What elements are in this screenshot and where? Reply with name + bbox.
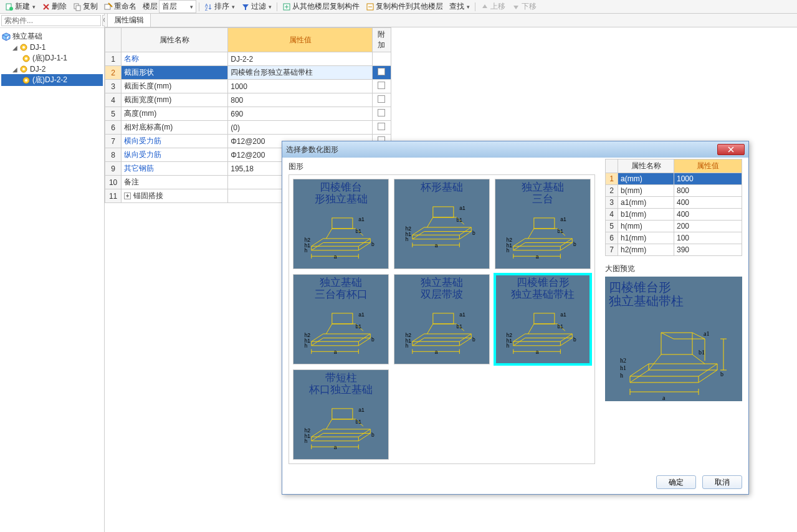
collapse-icon[interactable]: ◢ — [11, 44, 19, 51]
tree-root-label: 独立基础 — [12, 31, 42, 42]
checkbox[interactable] — [378, 82, 385, 89]
table-row[interactable]: 1a(mm)1000 — [606, 173, 742, 185]
preview-label: 大图预览 — [605, 264, 742, 274]
svg-rect-34 — [534, 218, 555, 229]
preview-panel: 四棱锥台形独立基础带柱 h2 h1 — [605, 277, 742, 401]
move-up-button[interactable]: 上移 — [478, 1, 508, 12]
sort-icon: AZ — [204, 2, 213, 11]
svg-text:a: a — [662, 394, 666, 401]
copy-button[interactable]: 复制 — [70, 1, 100, 12]
main-toolbar: 新建▾ 删除 复制 重命名 楼层 首层▾ AZ 排序▾ 过滤▾ 从其他楼层复制构… — [0, 0, 797, 14]
svg-rect-50 — [433, 313, 454, 324]
svg-text:b1: b1 — [699, 349, 705, 356]
table-row[interactable]: 4b1(mm)400 — [606, 209, 742, 221]
copy-from-floor-button[interactable]: 从其他楼层复制构件 — [280, 1, 362, 12]
svg-point-15 — [22, 68, 25, 70]
svg-text:b1: b1 — [457, 323, 463, 330]
tree-node-dj1-bottom[interactable]: (底)DJ-1-1 — [1, 52, 103, 64]
shape-card[interactable]: 独立基础三台有杯口h2h1ha1b1ba — [293, 274, 389, 364]
tree-node-dj1[interactable]: ◢ DJ-1 — [1, 42, 103, 52]
copy-icon — [73, 2, 82, 11]
tab-property-edit[interactable]: 属性编辑 — [107, 13, 151, 27]
new-icon — [5, 2, 14, 11]
collapse-icon[interactable]: ◢ — [11, 66, 19, 73]
shape-card[interactable]: 带短柱杯口独立基础h2h1ha1b1ba — [293, 369, 389, 460]
filter-button[interactable]: 过滤▾ — [239, 1, 274, 12]
svg-text:h: h — [304, 343, 307, 349]
ok-button[interactable]: 确定 — [656, 475, 696, 489]
tree-node-dj2-bottom[interactable]: (底)DJ-2-2 — [1, 74, 103, 86]
table-row[interactable]: 4截面宽度(mm)800 — [105, 93, 391, 107]
floor-label: 楼层 — [143, 1, 158, 12]
cancel-button[interactable]: 取消 — [702, 475, 742, 489]
table-row[interactable]: 2b(mm)800 — [606, 185, 742, 197]
shape-card[interactable]: 独立基础双层带坡h2h1ha1b1ba — [394, 274, 490, 364]
find-button[interactable]: 查找▾ — [447, 1, 472, 12]
svg-text:b: b — [371, 432, 375, 439]
svg-text:b1: b1 — [356, 323, 362, 330]
new-button[interactable]: 新建▾ — [2, 1, 38, 12]
svg-rect-66 — [332, 409, 353, 419]
shape-card[interactable]: 独立基础三台h2h1ha1b1ba — [495, 179, 591, 269]
floor-select[interactable]: 首层▾ — [159, 0, 196, 13]
svg-point-13 — [25, 57, 27, 60]
checkbox[interactable] — [378, 68, 385, 75]
dialog-titlebar[interactable]: 选择参数化图形 — [282, 141, 748, 158]
svg-rect-26 — [433, 207, 454, 217]
svg-text:b: b — [371, 337, 375, 343]
svg-text:h: h — [304, 438, 307, 444]
rename-button[interactable]: 重命名 — [102, 1, 139, 12]
copy-to-floor-button[interactable]: 复制构件到其他楼层 — [363, 1, 446, 12]
table-row[interactable]: 6相对底标高(m)(0) — [105, 121, 391, 135]
cube-icon — [2, 32, 11, 41]
svg-text:b1: b1 — [356, 419, 362, 425]
table-row[interactable]: 1名称DJ-2-2 — [105, 52, 391, 66]
checkbox[interactable] — [378, 109, 385, 116]
filter-icon — [241, 2, 250, 11]
shape-card[interactable]: 四棱锥台形独立基础带柱h2h1ha1b1ba — [495, 274, 591, 364]
svg-rect-3 — [76, 6, 80, 11]
tree-label: DJ-2 — [30, 65, 45, 74]
checkbox[interactable] — [378, 123, 385, 130]
svg-text:b1: b1 — [457, 216, 463, 222]
dlg-header-value: 属性值 — [674, 159, 742, 173]
svg-text:a1: a1 — [560, 216, 566, 222]
gear-icon — [22, 77, 30, 84]
gear-icon — [22, 55, 30, 62]
sort-button[interactable]: AZ 排序▾ — [202, 1, 237, 12]
shape-card[interactable]: 四棱锥台形独立基础h2h1ha1b1ba — [293, 179, 389, 269]
svg-point-17 — [25, 79, 27, 82]
svg-text:b: b — [720, 371, 723, 378]
table-row[interactable]: 2截面形状四棱锥台形独立基础带柱 — [105, 66, 391, 80]
tree-node-dj2[interactable]: ◢ DJ-2 — [1, 64, 103, 74]
shape-card[interactable]: 杯形基础h2h1ha1b1ba — [394, 179, 490, 269]
svg-text:h1: h1 — [620, 364, 626, 371]
svg-text:b: b — [472, 337, 475, 343]
up-icon — [480, 2, 489, 11]
svg-text:a1: a1 — [358, 311, 365, 318]
svg-text:a: a — [334, 349, 337, 354]
svg-text:b: b — [573, 337, 576, 343]
search-input[interactable] — [1, 15, 101, 26]
table-row[interactable]: 5h(mm)200 — [606, 221, 742, 232]
tree-label: (底)DJ-1-1 — [32, 53, 67, 64]
table-row[interactable]: 6h1(mm)100 — [606, 232, 742, 244]
delete-button[interactable]: 删除 — [39, 1, 69, 12]
table-row[interactable]: 5高度(mm)690 — [105, 107, 391, 121]
svg-point-11 — [22, 46, 25, 49]
tree-root[interactable]: 独立基础 — [1, 31, 103, 42]
svg-point-1 — [9, 7, 13, 11]
close-button[interactable] — [717, 144, 745, 155]
delete-icon — [42, 2, 50, 11]
svg-text:b1: b1 — [558, 323, 564, 330]
table-row[interactable]: 3截面长度(mm)1000 — [105, 80, 391, 93]
table-row[interactable]: 7h2(mm)390 — [606, 244, 742, 256]
move-down-button[interactable]: 下移 — [509, 1, 539, 12]
tree-label: (底)DJ-2-2 — [32, 75, 67, 85]
checkbox[interactable] — [378, 95, 385, 103]
svg-text:a: a — [334, 444, 337, 450]
header-name: 属性名称 — [122, 28, 228, 52]
svg-text:h2: h2 — [405, 225, 411, 231]
table-row[interactable]: 3a1(mm)400 — [606, 197, 742, 209]
rename-icon — [104, 2, 113, 11]
